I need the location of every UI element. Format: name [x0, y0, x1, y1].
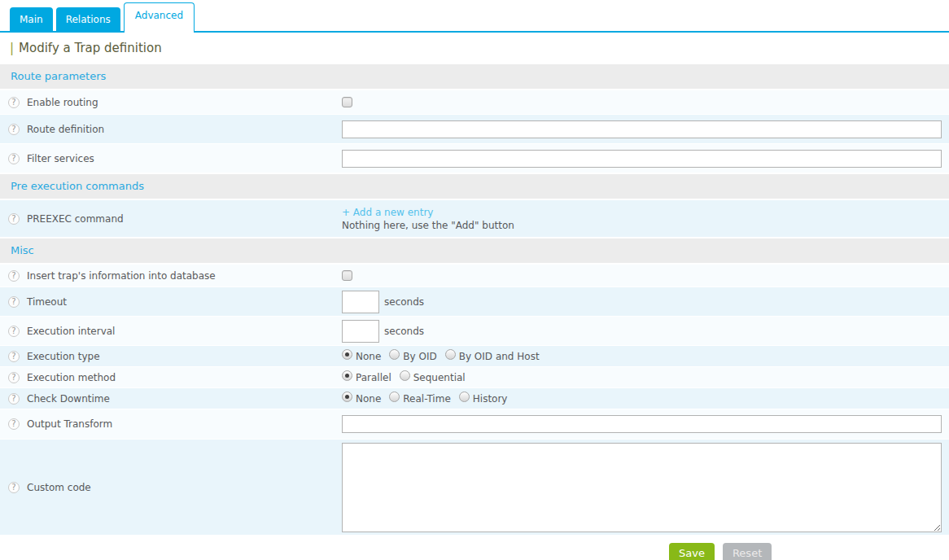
reset-button[interactable]: Reset [723, 543, 772, 560]
label-cell: ? Route definition [0, 115, 342, 143]
form-actions: Save Reset [0, 536, 949, 560]
control-cell [342, 440, 949, 535]
tab-relations[interactable]: Relations [56, 7, 120, 31]
field-label-execution-type: Execution type [27, 351, 100, 362]
check-downtime-history-radio[interactable] [459, 392, 470, 402]
field-label-output-transform: Output Transform [27, 418, 112, 430]
execution-type-none-radio[interactable] [342, 349, 352, 360]
field-label-custom-code: Custom code [27, 482, 91, 493]
execution-type-radio-group: None By OID By OID and Host [342, 351, 548, 362]
label-cell: ? Insert trap's information into databas… [0, 265, 342, 287]
output-transform-input[interactable] [342, 415, 942, 433]
label-cell: ? Execution method [0, 367, 342, 387]
radio-option: Real-Time [389, 393, 450, 405]
help-icon[interactable]: ? [8, 482, 20, 493]
radio-label: Sequential [413, 372, 466, 383]
field-label-insert-trap-info: Insert trap's information into database [27, 270, 216, 282]
radio-option: None [342, 351, 381, 362]
help-icon[interactable]: ? [8, 270, 20, 282]
execution-method-radio-group: Parallel Sequential [342, 372, 474, 383]
control-cell: seconds [342, 317, 949, 345]
save-button[interactable]: Save [669, 543, 715, 560]
radio-label: None [356, 393, 381, 405]
field-label-check-downtime: Check Downtime [27, 393, 110, 405]
form-row-insert-trap-info: ? Insert trap's information into databas… [0, 265, 949, 287]
help-icon[interactable]: ? [8, 124, 20, 135]
help-icon[interactable]: ? [8, 326, 20, 337]
form-row-route-definition: ? Route definition [0, 115, 949, 143]
form-row-execution-method: ? Execution method Parallel Sequential [0, 367, 949, 387]
check-downtime-radio-group: None Real-Time History [342, 393, 515, 405]
control-cell [342, 90, 949, 114]
control-cell: Parallel Sequential [342, 367, 949, 387]
check-downtime-real-time-radio[interactable] [389, 392, 400, 402]
execution-method-parallel-radio[interactable] [342, 370, 352, 381]
tab-bar: Main Relations Advanced [0, 0, 949, 33]
radio-label: History [473, 393, 508, 405]
filter-services-input[interactable] [342, 150, 942, 168]
control-cell: None Real-Time History [342, 388, 949, 409]
label-cell: ? Output Transform [0, 409, 342, 439]
control-cell [342, 265, 949, 287]
form-row-check-downtime: ? Check Downtime None Real-Time History [0, 388, 949, 409]
label-cell: ? Custom code [0, 440, 342, 535]
page-title-text: Modify a Trap definition [19, 41, 162, 55]
check-downtime-none-radio[interactable] [342, 392, 352, 402]
control-cell: seconds [342, 287, 949, 316]
insert-trap-info-checkbox[interactable] [342, 270, 352, 281]
section-header-route-parameters: Route parameters [0, 64, 949, 89]
field-label-preexec-command: PREEXEC command [27, 213, 124, 225]
execution-type-by-oid-radio[interactable] [389, 349, 400, 360]
section-header-pre-execution-commands: Pre execution commands [0, 174, 949, 199]
execution-method-sequential-radio[interactable] [400, 370, 410, 381]
execution-type-by-oid-and-host-radio[interactable] [445, 349, 456, 360]
control-cell [342, 115, 949, 143]
execution-interval-unit-label: seconds [384, 326, 424, 337]
page-title: |Modify a Trap definition [0, 33, 949, 63]
label-cell: ? Execution type [0, 346, 342, 366]
field-label-execution-interval: Execution interval [27, 326, 115, 337]
timeout-unit-label: seconds [384, 296, 424, 308]
radio-option: History [459, 393, 508, 405]
section-header-misc: Misc [0, 238, 949, 263]
control-cell [342, 144, 949, 173]
field-label-filter-services: Filter services [27, 153, 94, 164]
help-icon[interactable]: ? [8, 351, 20, 362]
help-icon[interactable]: ? [8, 213, 20, 225]
help-icon[interactable]: ? [8, 418, 20, 430]
help-icon[interactable]: ? [8, 97, 20, 108]
field-label-timeout: Timeout [27, 296, 67, 308]
route-definition-input[interactable] [342, 120, 942, 138]
preexec-empty-text: Nothing here, use the "Add" button [342, 220, 514, 231]
radio-option: Parallel [342, 372, 391, 383]
radio-label: By OID [403, 351, 436, 362]
help-icon[interactable]: ? [8, 393, 20, 405]
help-icon[interactable]: ? [8, 153, 20, 164]
timeout-input[interactable] [342, 291, 379, 313]
label-cell: ? Execution interval [0, 317, 342, 345]
title-pipe: | [10, 41, 14, 55]
control-cell: None By OID By OID and Host [342, 346, 949, 366]
add-new-entry-link[interactable]: + Add a new entry [342, 207, 433, 218]
control-cell: + Add a new entry Nothing here, use the … [342, 200, 949, 237]
tab-main[interactable]: Main [10, 7, 53, 31]
radio-option: By OID and Host [445, 351, 540, 362]
form-row-execution-interval: ? Execution interval seconds [0, 317, 949, 345]
form-row-execution-type: ? Execution type None By OID By OID and … [0, 346, 949, 366]
help-icon[interactable]: ? [8, 372, 20, 383]
radio-option: Sequential [400, 372, 466, 383]
form-row-output-transform: ? Output Transform [0, 409, 949, 439]
field-label-route-definition: Route definition [27, 124, 104, 135]
field-label-execution-method: Execution method [27, 372, 116, 383]
execution-interval-input[interactable] [342, 320, 379, 343]
form-row-preexec-command: ? PREEXEC command + Add a new entry Noth… [0, 200, 949, 237]
form-row-filter-services: ? Filter services [0, 144, 949, 173]
enable-routing-checkbox[interactable] [342, 97, 352, 107]
form-row-timeout: ? Timeout seconds [0, 287, 949, 316]
help-icon[interactable]: ? [8, 296, 20, 308]
tab-advanced[interactable]: Advanced [124, 2, 195, 33]
custom-code-textarea[interactable] [342, 443, 942, 532]
radio-label: By OID and Host [459, 351, 540, 362]
form-row-custom-code: ? Custom code [0, 440, 949, 535]
label-cell: ? Check Downtime [0, 388, 342, 409]
